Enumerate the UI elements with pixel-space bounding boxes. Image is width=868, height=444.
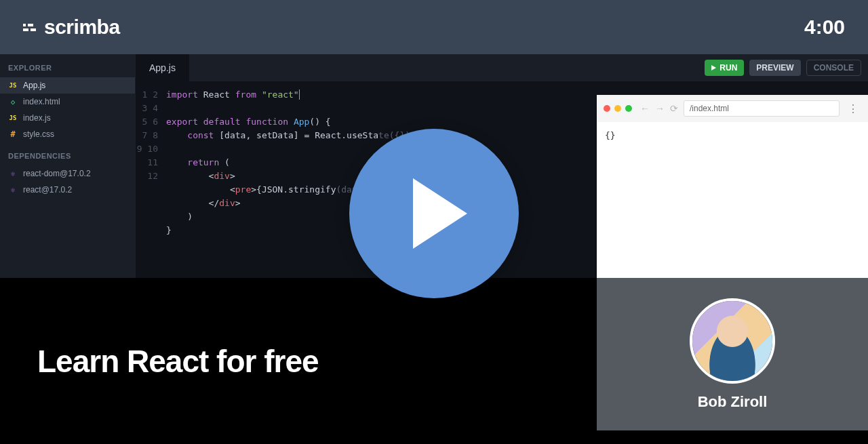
instructor-name: Bob Ziroll <box>698 393 768 411</box>
avatar-image <box>692 301 772 381</box>
package-icon: ⚛ <box>8 169 18 178</box>
preview-label: PREVIEW <box>756 63 793 73</box>
dependency-name: react@17.0.2 <box>23 185 72 195</box>
brand-logo[interactable]: scrimba <box>23 16 120 39</box>
file-type-icon: ◇ <box>8 98 18 106</box>
logo-icon <box>23 24 36 31</box>
run-label: RUN <box>719 63 737 73</box>
avatar <box>690 298 775 384</box>
course-title: Learn React for free <box>37 343 319 380</box>
console-button[interactable]: CONSOLE <box>806 60 861 76</box>
reload-icon[interactable]: ⟳ <box>670 103 678 114</box>
instructor-card[interactable]: Bob Ziroll <box>597 278 868 430</box>
app-header: scrimba 4:00 <box>0 0 868 54</box>
file-name: style.css <box>23 129 54 139</box>
browser-toolbar: ← → ⟳ /index.html ⋮ <box>597 95 868 122</box>
explorer-heading: EXPLORER <box>0 54 135 77</box>
dependency-item[interactable]: ⚛react@17.0.2 <box>0 182 135 198</box>
file-type-icon: JS <box>8 115 18 121</box>
file-name: App.js <box>23 81 45 90</box>
preview-button[interactable]: PREVIEW <box>749 60 800 76</box>
file-item[interactable]: JSApp.js <box>0 77 135 94</box>
minimize-dot-icon[interactable] <box>614 105 621 112</box>
line-gutter: 1 2 3 4 5 6 7 8 9 10 11 12 <box>136 88 166 251</box>
file-item[interactable]: #style.css <box>0 126 135 142</box>
zoom-dot-icon[interactable] <box>625 105 632 112</box>
deps-list: ⚛react-dom@17.0.2⚛react@17.0.2 <box>0 165 135 198</box>
tab-active[interactable]: App.js <box>136 54 189 81</box>
file-type-icon: JS <box>8 82 18 89</box>
dependency-item[interactable]: ⚛react-dom@17.0.2 <box>0 165 135 182</box>
file-item[interactable]: JSindex.js <box>0 110 135 126</box>
dependency-name: react-dom@17.0.2 <box>23 169 91 178</box>
video-time: 4:00 <box>804 16 845 39</box>
dependencies-heading: DEPENDENCIES <box>0 142 135 165</box>
preview-output: {} <box>597 122 868 148</box>
run-button[interactable]: RUN <box>705 60 744 76</box>
file-list: JSApp.js◇index.htmlJSindex.js#style.css <box>0 77 135 142</box>
file-type-icon: # <box>8 129 18 139</box>
sidebar: EXPLORER JSApp.js◇index.htmlJSindex.js#s… <box>0 54 136 278</box>
play-button[interactable] <box>349 129 519 298</box>
file-name: index.html <box>23 97 60 106</box>
brand-text: scrimba <box>44 16 120 39</box>
play-icon <box>711 65 716 70</box>
address-text: /index.html <box>690 104 729 113</box>
browser-preview: ← → ⟳ /index.html ⋮ {} <box>597 95 868 278</box>
tab-actions: RUN PREVIEW CONSOLE <box>705 60 861 76</box>
file-name: index.js <box>23 113 51 123</box>
play-icon <box>413 178 467 249</box>
kebab-menu-icon[interactable]: ⋮ <box>845 102 861 115</box>
window-controls <box>604 105 632 112</box>
back-icon[interactable]: ← <box>640 103 650 114</box>
tab-bar: App.js RUN PREVIEW CONSOLE <box>136 54 868 81</box>
file-item[interactable]: ◇index.html <box>0 94 135 110</box>
close-dot-icon[interactable] <box>604 105 610 112</box>
address-bar[interactable]: /index.html <box>684 100 840 117</box>
console-label: CONSOLE <box>814 63 854 73</box>
forward-icon[interactable]: → <box>655 103 665 114</box>
package-icon: ⚛ <box>8 186 18 195</box>
